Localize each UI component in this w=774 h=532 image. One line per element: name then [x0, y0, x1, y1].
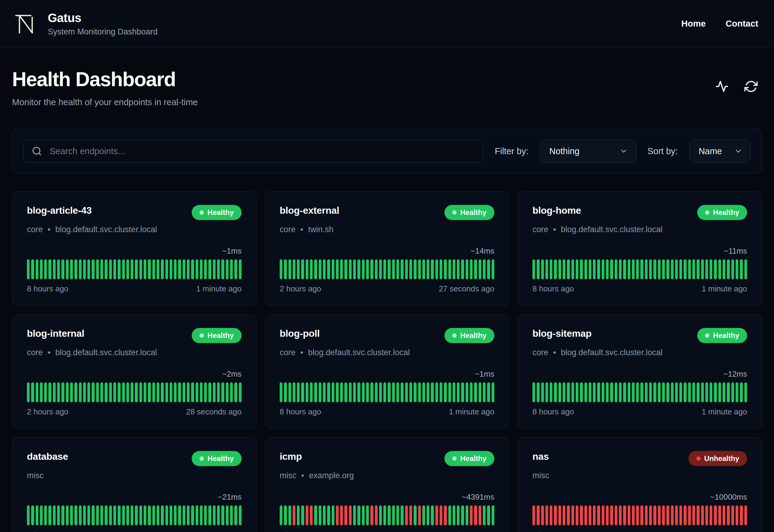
status-bar[interactable]	[435, 382, 438, 402]
status-bar[interactable]	[191, 259, 194, 279]
status-bar[interactable]	[675, 259, 678, 279]
status-bar[interactable]	[545, 382, 548, 402]
status-bar[interactable]	[74, 382, 77, 402]
status-bar[interactable]	[653, 259, 656, 279]
status-bar[interactable]	[48, 505, 51, 525]
status-bar[interactable]	[571, 259, 574, 279]
status-bar[interactable]	[174, 382, 177, 402]
status-bar[interactable]	[461, 382, 464, 402]
status-bar[interactable]	[323, 505, 326, 525]
status-bar[interactable]	[744, 382, 747, 402]
status-bar[interactable]	[79, 382, 82, 402]
status-bar[interactable]	[602, 505, 604, 525]
status-bar[interactable]	[357, 505, 360, 525]
status-bar[interactable]	[487, 382, 490, 402]
status-bar[interactable]	[44, 259, 47, 279]
status-bar[interactable]	[131, 505, 133, 525]
status-bar[interactable]	[679, 505, 682, 525]
search-input[interactable]	[23, 140, 483, 163]
status-bar[interactable]	[580, 259, 583, 279]
status-bar[interactable]	[649, 382, 652, 402]
status-bar[interactable]	[593, 259, 596, 279]
status-bar[interactable]	[623, 505, 626, 525]
status-bar[interactable]	[692, 259, 695, 279]
status-bar[interactable]	[461, 505, 464, 525]
nav-link-home[interactable]: Home	[681, 19, 706, 29]
status-bar[interactable]	[537, 505, 539, 525]
status-bar[interactable]	[126, 259, 129, 279]
status-bar[interactable]	[187, 259, 190, 279]
status-bar[interactable]	[57, 259, 60, 279]
status-bar[interactable]	[723, 505, 725, 525]
status-bar[interactable]	[623, 382, 626, 402]
status-bar[interactable]	[537, 382, 539, 402]
status-bar[interactable]	[183, 505, 185, 525]
status-bar[interactable]	[723, 259, 725, 279]
status-bar[interactable]	[144, 382, 146, 402]
status-bar[interactable]	[109, 505, 112, 525]
status-bar[interactable]	[602, 259, 604, 279]
status-bar[interactable]	[280, 382, 282, 402]
status-bar[interactable]	[431, 259, 434, 279]
status-bar[interactable]	[288, 259, 291, 279]
status-bar[interactable]	[705, 259, 708, 279]
status-bar[interactable]	[332, 259, 334, 279]
status-bar[interactable]	[157, 259, 159, 279]
status-bar[interactable]	[666, 259, 669, 279]
status-bar[interactable]	[532, 259, 535, 279]
status-bar[interactable]	[53, 505, 56, 525]
status-bar[interactable]	[658, 382, 661, 402]
status-bar[interactable]	[483, 259, 486, 279]
status-bar[interactable]	[165, 382, 168, 402]
status-bar[interactable]	[675, 505, 678, 525]
status-bar[interactable]	[736, 259, 738, 279]
status-bar[interactable]	[710, 505, 712, 525]
status-bar[interactable]	[221, 259, 224, 279]
status-bar[interactable]	[606, 259, 609, 279]
status-bar[interactable]	[118, 382, 120, 402]
status-bar[interactable]	[731, 382, 734, 402]
status-bar[interactable]	[327, 259, 330, 279]
status-bar[interactable]	[623, 259, 626, 279]
nav-link-contact[interactable]: Contact	[726, 19, 758, 29]
status-bar[interactable]	[27, 382, 30, 402]
status-bar[interactable]	[336, 382, 339, 402]
status-bar[interactable]	[100, 382, 103, 402]
status-bar[interactable]	[213, 382, 216, 402]
status-bar[interactable]	[688, 259, 691, 279]
status-bar[interactable]	[74, 505, 77, 525]
status-bar[interactable]	[422, 259, 425, 279]
status-bar[interactable]	[362, 382, 365, 402]
status-bar[interactable]	[576, 382, 578, 402]
uptime-bars[interactable]	[532, 259, 747, 279]
status-bar[interactable]	[366, 505, 369, 525]
status-bar[interactable]	[306, 505, 308, 525]
status-bar[interactable]	[165, 259, 168, 279]
status-bar[interactable]	[332, 505, 334, 525]
status-bar[interactable]	[152, 259, 155, 279]
status-bar[interactable]	[640, 382, 643, 402]
status-bar[interactable]	[701, 259, 704, 279]
status-bar[interactable]	[217, 382, 220, 402]
status-bar[interactable]	[83, 382, 86, 402]
status-bar[interactable]	[619, 382, 622, 402]
status-bar[interactable]	[92, 505, 94, 525]
status-bar[interactable]	[200, 259, 203, 279]
status-bar[interactable]	[293, 505, 295, 525]
status-bar[interactable]	[697, 382, 699, 402]
status-bar[interactable]	[379, 505, 382, 525]
status-bar[interactable]	[297, 382, 300, 402]
uptime-bars[interactable]	[27, 382, 242, 402]
status-bar[interactable]	[122, 259, 125, 279]
status-bar[interactable]	[340, 259, 343, 279]
status-bar[interactable]	[392, 259, 395, 279]
status-bar[interactable]	[435, 505, 438, 525]
status-bar[interactable]	[714, 382, 717, 402]
status-bar[interactable]	[414, 382, 416, 402]
status-bar[interactable]	[349, 259, 352, 279]
status-bar[interactable]	[684, 382, 686, 402]
status-bar[interactable]	[301, 259, 304, 279]
status-bar[interactable]	[470, 259, 473, 279]
status-bar[interactable]	[344, 505, 347, 525]
status-bar[interactable]	[105, 505, 107, 525]
